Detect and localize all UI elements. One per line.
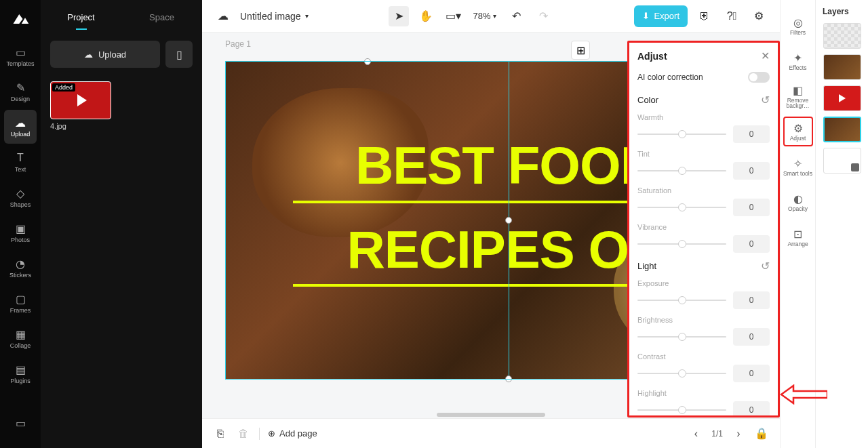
slider-thumb[interactable]	[678, 333, 686, 341]
redo-button[interactable]: ↷	[533, 6, 553, 26]
lock-icon[interactable]: 🔒	[754, 426, 769, 441]
sliders-icon: ⚙	[793, 122, 803, 135]
rr-label: Smart tools	[783, 171, 812, 177]
eraser-icon: ◧	[793, 84, 803, 97]
asset-filename: 4.jpg	[50, 122, 113, 130]
prev-page-button[interactable]: ‹	[688, 426, 703, 441]
nav-collage[interactable]: ▦Collage	[4, 321, 37, 355]
layer-food-crop[interactable]	[823, 54, 861, 80]
vibrance-value[interactable]: 0	[733, 235, 770, 253]
horizontal-scrollbar[interactable]	[437, 413, 545, 417]
crop-tool[interactable]: ▭▾	[443, 6, 463, 26]
slider-label: Warmth	[637, 113, 770, 121]
reset-color-icon[interactable]: ↺	[761, 94, 770, 106]
misc-icon: ▭	[14, 416, 27, 430]
nav-design[interactable]: ✎Design	[4, 75, 37, 108]
slider-thumb[interactable]	[678, 369, 686, 378]
smart-selection-icon[interactable]: ⊞	[571, 41, 590, 60]
highlight-value[interactable]: 0	[733, 401, 770, 418]
nav-frames[interactable]: ▢Frames	[4, 286, 37, 320]
layer-youtube[interactable]	[823, 85, 861, 111]
nav-plugins[interactable]: ▤Plugins	[4, 357, 37, 390]
warmth-value[interactable]: 0	[733, 125, 770, 143]
vibrance-slider[interactable]	[637, 243, 726, 245]
plugins-icon: ▤	[14, 363, 27, 376]
layer-food-bg[interactable]	[823, 117, 861, 142]
rr-label: Filters	[790, 30, 806, 36]
nav-stickers[interactable]: ◔Stickers	[4, 251, 37, 285]
nav-label: Templates	[6, 60, 34, 67]
asset-thumbnail[interactable]: Added	[50, 81, 111, 119]
rr-label: Effects	[789, 65, 807, 71]
shield-icon[interactable]: ⛨	[694, 6, 715, 26]
ai-color-toggle[interactable]	[748, 72, 770, 83]
next-page-button[interactable]: ›	[731, 426, 746, 441]
saturation-slider[interactable]	[637, 207, 726, 208]
export-button[interactable]: ⬇Export	[634, 5, 688, 27]
brightness-value[interactable]: 0	[733, 328, 770, 346]
brightness-control: Brightness 0	[637, 316, 770, 346]
slider-label: Tint	[637, 150, 770, 158]
nav-photos[interactable]: ▣Photos	[4, 216, 37, 249]
nav-templates[interactable]: ▭Templates	[4, 39, 37, 73]
exposure-value[interactable]: 0	[733, 291, 770, 309]
layer-text[interactable]	[823, 23, 861, 49]
device-button[interactable]: ▯	[165, 41, 193, 68]
slider-label: Contrast	[637, 352, 770, 361]
help-icon[interactable]: ?⃝	[722, 6, 742, 26]
warmth-slider[interactable]	[637, 134, 726, 135]
zoom-text: 78%	[473, 11, 490, 21]
smart-tools-button[interactable]: ✧Smart tools	[783, 152, 813, 182]
tint-slider[interactable]	[637, 170, 726, 171]
app-logo[interactable]	[10, 9, 31, 28]
nav-upload[interactable]: ☁Upload	[4, 110, 37, 144]
export-icon: ⬇	[642, 11, 650, 21]
tint-value[interactable]: 0	[733, 162, 770, 180]
slider-thumb[interactable]	[678, 130, 686, 138]
tab-project[interactable]: Project	[41, 0, 121, 34]
nav-shapes[interactable]: ◇Shapes	[4, 180, 37, 214]
contrast-value[interactable]: 0	[733, 365, 770, 382]
reset-light-icon[interactable]: ↺	[761, 260, 770, 272]
contrast-slider[interactable]	[637, 373, 726, 374]
upload-button[interactable]: ☁Upload	[50, 41, 160, 68]
chevron-down-icon: ▾	[493, 12, 496, 20]
pointer-tool[interactable]: ➤	[389, 6, 409, 26]
remove-bg-button[interactable]: ◧Remove backgr…	[783, 81, 813, 111]
asset-item[interactable]: Added 4.jpg	[50, 81, 113, 130]
slider-thumb[interactable]	[678, 203, 686, 211]
slider-label: Highlight	[637, 389, 770, 397]
zoom-level[interactable]: 78%▾	[470, 11, 499, 21]
filters-button[interactable]: ◎Filters	[783, 11, 813, 41]
close-button[interactable]: ✕	[761, 49, 770, 62]
arrange-button[interactable]: ⊡Arrange	[783, 222, 813, 252]
document-title[interactable]: Untitled image▾	[240, 11, 309, 22]
exposure-slider[interactable]	[637, 300, 726, 301]
slider-thumb[interactable]	[678, 296, 686, 304]
add-page-button[interactable]: ⊕Add page	[268, 428, 317, 439]
slider-thumb[interactable]	[678, 406, 686, 414]
opacity-button[interactable]: ◐Opacity	[783, 187, 813, 217]
settings-icon[interactable]: ⚙	[749, 6, 769, 26]
nav-bottom[interactable]: ▭	[4, 406, 37, 440]
highlight-slider[interactable]	[637, 409, 726, 411]
opacity-icon: ◐	[793, 192, 803, 205]
nav-text[interactable]: TText	[4, 145, 37, 179]
adjust-button[interactable]: ⚙Adjust	[783, 117, 813, 146]
brightness-slider[interactable]	[637, 336, 726, 338]
hand-tool[interactable]: ✋	[416, 6, 436, 26]
vibrance-control: Vibrance 0	[637, 223, 770, 253]
layer-background[interactable]	[823, 148, 861, 174]
upload-label: Upload	[98, 49, 126, 60]
slider-thumb[interactable]	[678, 167, 686, 175]
slider-label: Saturation	[637, 186, 770, 195]
saturation-value[interactable]: 0	[733, 199, 770, 216]
undo-button[interactable]: ↶	[506, 6, 526, 26]
slider-thumb[interactable]	[678, 240, 686, 248]
effects-button[interactable]: ✦Effects	[783, 46, 813, 76]
duplicate-page-icon[interactable]: ⎘	[213, 426, 228, 441]
tab-space[interactable]: Space	[121, 0, 202, 34]
rr-label: Adjust	[790, 136, 806, 142]
chevron-down-icon: ▾	[305, 12, 309, 20]
cloud-sync-icon[interactable]: ☁	[213, 6, 233, 26]
